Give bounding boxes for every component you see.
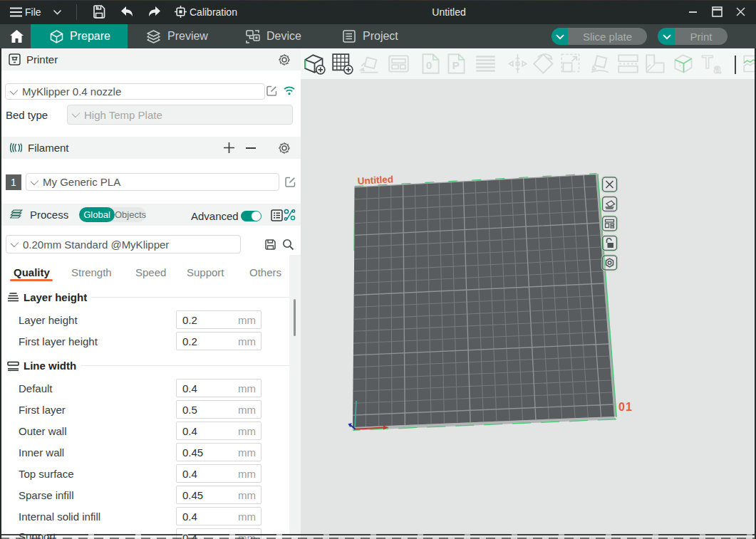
svg-text:a: a: [714, 62, 721, 75]
svg-text:01: 01: [618, 401, 633, 413]
svg-text:0: 0: [426, 59, 433, 71]
svg-text:P: P: [452, 59, 459, 71]
svg-text:T: T: [702, 53, 713, 72]
svg-text:Untitled: Untitled: [357, 174, 393, 187]
